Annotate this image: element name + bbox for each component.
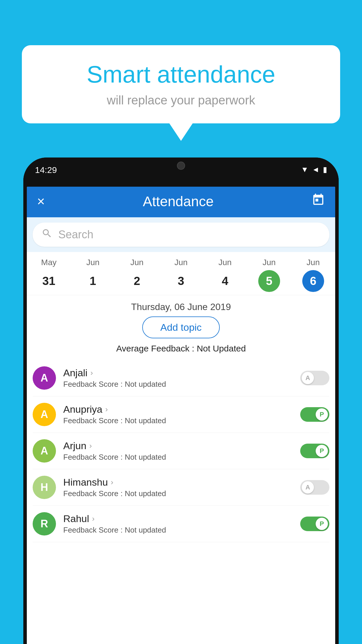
cal-month-label: Jun [219, 258, 232, 267]
attendance-toggle[interactable]: P [300, 444, 329, 458]
toggle-container: P [300, 444, 329, 458]
cal-month-label: Jun [307, 258, 320, 267]
student-feedback: Feedback Score : Not updated [63, 380, 293, 389]
battery-icon: ▮ [323, 165, 327, 174]
student-row[interactable]: AAnjali›Feedback Score : Not updatedA [33, 360, 329, 396]
add-topic-button[interactable]: Add topic [142, 316, 220, 338]
feedback-value: Not updated [125, 526, 166, 534]
student-name: Himanshu› [63, 477, 293, 488]
student-name-text: Arjun [63, 440, 86, 452]
student-avatar: A [33, 439, 56, 463]
wifi-icon: ▼ [301, 165, 309, 174]
phone-notch [155, 158, 207, 174]
cal-month-label: Jun [174, 258, 187, 267]
status-icons: ▼ ◄ ▮ [301, 165, 327, 174]
calendar-day[interactable]: Jun6 [302, 258, 324, 292]
toggle-knob: A [302, 372, 314, 384]
student-row[interactable]: AAnupriya›Feedback Score : Not updatedP [33, 396, 329, 433]
cal-date-number[interactable]: 5 [258, 270, 280, 292]
cal-date-number[interactable]: 31 [38, 270, 60, 292]
student-info: Himanshu›Feedback Score : Not updated [63, 477, 293, 498]
student-info: Arjun›Feedback Score : Not updated [63, 440, 293, 462]
student-avatar: R [33, 512, 56, 536]
signal-icon: ◄ [312, 165, 319, 174]
chevron-icon: › [90, 368, 93, 377]
search-placeholder: Search [58, 228, 93, 241]
calendar-day[interactable]: Jun5 [258, 258, 280, 292]
search-container: Search [27, 217, 335, 252]
cal-date-number[interactable]: 1 [82, 270, 104, 292]
cal-month-label: Jun [130, 258, 143, 267]
student-name: Rahul› [63, 513, 293, 524]
speech-bubble-title: Smart attendance [39, 61, 323, 88]
speech-bubble-container: Smart attendance will replace your paper… [22, 45, 340, 141]
student-name: Anjali› [63, 367, 293, 379]
feedback-value: Not updated [125, 489, 166, 498]
cal-date-number[interactable]: 3 [170, 270, 192, 292]
search-bar[interactable]: Search [33, 223, 329, 247]
cal-month-label: Jun [86, 258, 99, 267]
chevron-icon: › [89, 441, 92, 450]
student-name: Anupriya› [63, 404, 293, 415]
student-row[interactable]: AArjun›Feedback Score : Not updatedP [33, 433, 329, 469]
student-feedback: Feedback Score : Not updated [63, 453, 293, 462]
cal-date-number[interactable]: 6 [302, 270, 324, 292]
feedback-label: Feedback Score : [63, 489, 125, 498]
avg-feedback-value: Not Updated [197, 344, 246, 353]
toggle-container: A [300, 371, 329, 385]
status-time: 14:29 [35, 165, 57, 175]
feedback-value: Not updated [125, 416, 166, 425]
speech-bubble: Smart attendance will replace your paper… [22, 45, 340, 123]
app-header: × Attendance [27, 185, 335, 217]
attendance-toggle[interactable]: A [300, 371, 329, 385]
student-avatar: A [33, 403, 56, 426]
attendance-toggle[interactable]: A [300, 480, 329, 495]
cal-date-number[interactable]: 2 [126, 270, 148, 292]
chevron-icon: › [111, 478, 113, 487]
feedback-label: Feedback Score : [63, 526, 125, 534]
toggle-container: A [300, 480, 329, 495]
toggle-knob: A [302, 481, 314, 494]
student-name-text: Himanshu [63, 477, 108, 488]
feedback-label: Feedback Score : [63, 380, 125, 388]
avg-feedback: Average Feedback : Not Updated [27, 344, 335, 360]
attendance-toggle[interactable]: P [300, 407, 329, 422]
selected-date-label: Thursday, 06 June 2019 [27, 295, 335, 316]
cal-month-label: Jun [263, 258, 276, 267]
attendance-toggle[interactable]: P [300, 517, 329, 531]
student-list: AAnjali›Feedback Score : Not updatedAAAn… [27, 360, 335, 542]
phone-screen: × Attendance Search May31Jun1Jun2Jun3Jun… [27, 185, 335, 644]
calendar-icon[interactable] [312, 193, 325, 209]
speech-bubble-subtitle: will replace your paperwork [39, 93, 323, 107]
avg-feedback-label: Average Feedback : [116, 344, 197, 353]
speech-bubble-tail [169, 123, 193, 141]
add-topic-container: Add topic [27, 316, 335, 344]
student-name: Arjun› [63, 440, 293, 452]
student-row[interactable]: RRahul›Feedback Score : Not updatedP [33, 506, 329, 542]
search-icon [41, 228, 52, 242]
student-name-text: Anupriya [63, 404, 102, 415]
phone-notch-area: 14:29 ▼ ◄ ▮ [23, 158, 339, 187]
student-avatar: H [33, 476, 56, 499]
calendar-day[interactable]: Jun2 [126, 258, 148, 292]
chevron-icon: › [105, 405, 108, 414]
toggle-knob: P [316, 408, 328, 421]
student-feedback: Feedback Score : Not updated [63, 489, 293, 498]
student-name-text: Rahul [63, 513, 89, 524]
app-title: Attendance [143, 193, 214, 209]
calendar-day[interactable]: May31 [38, 258, 60, 292]
cal-month-label: May [41, 258, 57, 267]
student-row[interactable]: HHimanshu›Feedback Score : Not updatedA [33, 469, 329, 506]
calendar-day[interactable]: Jun1 [82, 258, 104, 292]
toggle-container: P [300, 517, 329, 531]
toggle-knob: P [316, 445, 328, 457]
toggle-container: P [300, 407, 329, 422]
cal-date-number[interactable]: 4 [214, 270, 236, 292]
student-name-text: Anjali [63, 367, 87, 379]
feedback-value: Not updated [125, 453, 166, 461]
calendar-day[interactable]: Jun4 [214, 258, 236, 292]
student-feedback: Feedback Score : Not updated [63, 526, 293, 535]
close-button[interactable]: × [37, 193, 45, 209]
student-info: Anupriya›Feedback Score : Not updated [63, 404, 293, 425]
calendar-day[interactable]: Jun3 [170, 258, 192, 292]
